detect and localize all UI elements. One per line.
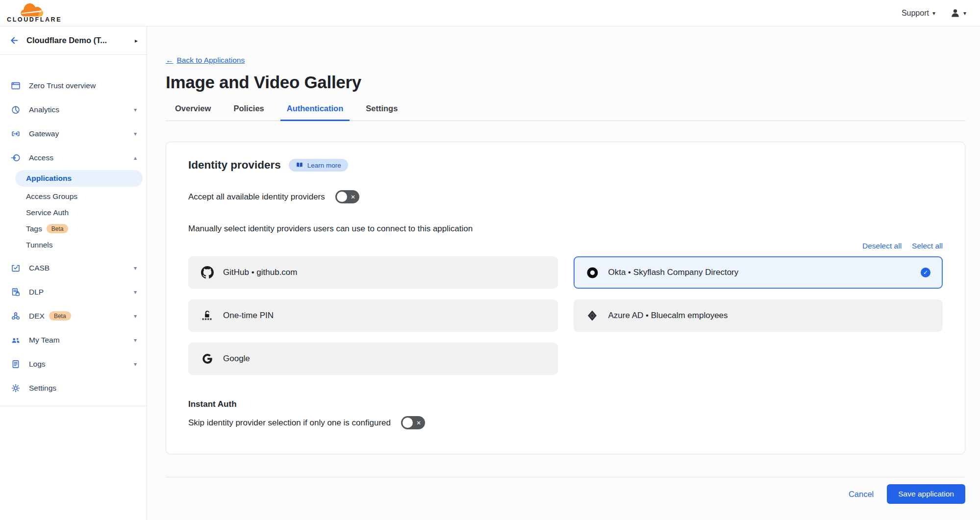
sidebar-item-label: Settings: [29, 384, 56, 393]
support-menu[interactable]: Support ▾: [902, 9, 935, 18]
back-arrow-icon: ←: [166, 56, 174, 65]
sidebar-item-tags[interactable]: Tags Beta: [0, 221, 147, 237]
instant-auth-heading: Instant Auth: [188, 399, 943, 409]
sidebar-item-access[interactable]: Access ▴: [0, 146, 147, 170]
sidebar-item-label: Access: [29, 153, 53, 162]
sidebar-item-label: Service Auth: [26, 208, 69, 217]
github-icon: [201, 266, 214, 279]
tab-policies[interactable]: Policies: [227, 104, 270, 121]
provider-grid: GitHub • github.com Okta • Skyflash Comp…: [188, 256, 943, 375]
toggle-x-icon: ✕: [351, 194, 355, 200]
access-icon: [11, 153, 21, 163]
back-arrow-icon[interactable]: [9, 35, 19, 46]
sidebar-item-settings[interactable]: Settings: [0, 376, 147, 400]
chevron-right-icon[interactable]: ▸: [135, 37, 138, 44]
beta-badge: Beta: [49, 311, 71, 321]
sidebar-item-label: Tags: [26, 224, 42, 233]
beta-badge: Beta: [47, 224, 69, 233]
accept-all-label: Accept all available identity providers: [188, 192, 325, 202]
sidebar-item-dex[interactable]: DEX Beta ▾: [0, 304, 147, 328]
team-icon: [11, 335, 21, 345]
provider-card-okta[interactable]: Okta • Skyflash Company Directory ✓: [574, 256, 943, 289]
sidebar: Cloudflare Demo (T... ▸ Zero Trust overv…: [0, 26, 147, 520]
azure-ad-icon: [586, 310, 599, 322]
topbar-right: Support ▾ ▾: [902, 8, 966, 18]
account-name: Cloudflare Demo (T...: [26, 36, 127, 45]
dex-icon: [11, 311, 21, 321]
sidebar-item-applications[interactable]: Applications: [15, 170, 143, 187]
tab-bar: Overview Policies Authentication Setting…: [166, 104, 965, 121]
user-menu[interactable]: ▾: [950, 8, 966, 18]
sidebar-item-gateway[interactable]: Gateway ▾: [0, 122, 147, 146]
one-time-pin-icon: ****: [201, 310, 214, 322]
main-content: ← Back to Applications Image and Video G…: [147, 26, 980, 520]
gear-icon: [11, 383, 21, 393]
sidebar-item-label: Applications: [26, 174, 72, 183]
tab-settings[interactable]: Settings: [359, 104, 404, 121]
page-title: Image and Video Gallery: [166, 73, 965, 92]
provider-card-github[interactable]: GitHub • github.com: [188, 256, 558, 289]
footer-actions: Cancel Save application: [166, 484, 965, 504]
toggle-knob: [402, 418, 413, 428]
sidebar-item-label: DLP: [29, 288, 44, 297]
sidebar-item-label: Access Groups: [26, 192, 77, 201]
sidebar-divider: [0, 406, 147, 406]
select-all-link[interactable]: Select all: [912, 242, 943, 250]
sidebar-item-label: Analytics: [29, 105, 59, 114]
provider-name: One-time PIN: [223, 311, 274, 321]
support-label: Support: [902, 9, 929, 18]
learn-more-label: Learn more: [307, 162, 341, 169]
provider-name: Google: [223, 354, 250, 364]
user-icon: [950, 8, 960, 18]
provider-card-one-time-pin[interactable]: **** One-time PIN: [188, 299, 558, 332]
top-bar: CLOUDFLARE Support ▾ ▾: [0, 0, 980, 26]
dlp-icon: [11, 287, 21, 297]
sidebar-item-label: Gateway: [29, 129, 59, 138]
toggle-x-icon: ✕: [416, 420, 421, 426]
chevron-down-icon: ▾: [932, 10, 935, 17]
chevron-up-icon: ▴: [134, 154, 137, 161]
provider-card-google[interactable]: Google: [188, 343, 558, 375]
access-subnav: Applications Access Groups Service Auth …: [0, 170, 147, 256]
account-switcher: Cloudflare Demo (T... ▸: [0, 26, 147, 55]
card-title: Identity providers: [188, 159, 281, 172]
back-link-label: Back to Applications: [177, 56, 245, 65]
sidebar-item-analytics[interactable]: Analytics ▾: [0, 98, 147, 122]
skip-selection-toggle[interactable]: ✕: [401, 416, 425, 429]
chevron-down-icon: ▾: [134, 361, 137, 368]
sidebar-item-logs[interactable]: Logs ▾: [0, 352, 147, 376]
learn-more-badge[interactable]: Learn more: [289, 159, 348, 172]
back-to-applications-link[interactable]: ← Back to Applications: [166, 56, 245, 65]
tab-authentication[interactable]: Authentication: [280, 104, 350, 121]
sidebar-item-dlp[interactable]: DLP ▾: [0, 280, 147, 304]
sidebar-item-my-team[interactable]: My Team ▾: [0, 328, 147, 352]
google-icon: [201, 353, 214, 365]
sidebar-item-tunnels[interactable]: Tunnels: [0, 237, 147, 253]
skip-selection-label: Skip identity provider selection if only…: [188, 418, 391, 428]
skip-selection-row: Skip identity provider selection if only…: [188, 416, 943, 429]
provider-name: Azure AD • Bluecalm employees: [608, 311, 728, 321]
selected-check-icon: ✓: [921, 268, 930, 277]
analytics-icon: [11, 105, 21, 115]
sidebar-item-label: Zero Trust overview: [29, 81, 96, 90]
sidebar-item-label: Logs: [29, 360, 46, 369]
chevron-down-icon: ▾: [134, 106, 137, 113]
chevron-down-icon: ▾: [134, 289, 137, 296]
cancel-button[interactable]: Cancel: [849, 490, 874, 499]
cloudflare-logo-text: CLOUDFLARE: [7, 17, 62, 23]
sidebar-item-access-groups[interactable]: Access Groups: [0, 188, 147, 204]
accept-all-toggle[interactable]: ✕: [335, 190, 359, 203]
sidebar-item-casb[interactable]: CASB ▾: [0, 256, 147, 280]
deselect-all-link[interactable]: Deselect all: [862, 242, 902, 250]
manual-select-text: Manually select identity providers users…: [188, 224, 943, 234]
selection-links: Deselect all Select all: [188, 242, 943, 250]
sidebar-item-service-auth[interactable]: Service Auth: [0, 204, 147, 221]
chevron-down-icon: ▾: [134, 337, 137, 344]
tab-overview[interactable]: Overview: [169, 104, 217, 121]
cloudflare-logo[interactable]: CLOUDFLARE: [7, 3, 62, 23]
sidebar-item-zero-trust-overview[interactable]: Zero Trust overview: [0, 74, 147, 98]
logs-icon: [11, 359, 21, 369]
save-application-button[interactable]: Save application: [887, 484, 965, 504]
provider-card-azure-ad[interactable]: Azure AD • Bluecalm employees: [574, 299, 943, 332]
app-shell: Cloudflare Demo (T... ▸ Zero Trust overv…: [0, 26, 980, 520]
